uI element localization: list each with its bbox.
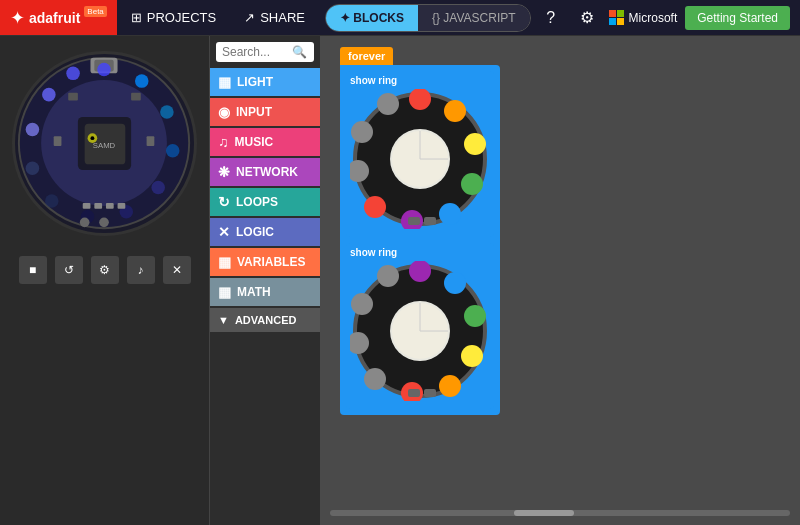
logo-text: adafruit: [29, 10, 80, 26]
debug-button[interactable]: ⚙: [91, 256, 119, 284]
svg-point-59: [377, 265, 399, 287]
svg-rect-63: [408, 389, 420, 397]
settings-button[interactable]: ⚙: [573, 4, 601, 32]
loops-label: LOOPS: [236, 195, 278, 209]
svg-point-42: [377, 93, 399, 115]
music-label: MUSIC: [235, 135, 274, 149]
category-light-button[interactable]: ▦LIGHT: [210, 68, 320, 96]
svg-point-22: [80, 218, 90, 228]
board-svg: SAMD: [15, 51, 194, 236]
network-icon: ❋: [218, 164, 230, 180]
svg-point-36: [461, 173, 483, 195]
block-canvas: forever show ring: [320, 36, 800, 525]
scrollbar-thumb[interactable]: [514, 510, 574, 516]
forever-label: forever: [340, 47, 393, 65]
sim-controls: ■ ↺ ⚙ ♪ ✕: [19, 256, 191, 284]
category-variables-button[interactable]: ▦VARIABLES: [210, 248, 320, 276]
javascript-mode-button[interactable]: {} JAVASCRIPT: [418, 5, 530, 31]
svg-point-51: [444, 272, 466, 294]
projects-button[interactable]: ⊞ PROJECTS: [117, 0, 230, 36]
sound-button[interactable]: ♪: [127, 256, 155, 284]
input-icon: ◉: [218, 104, 230, 120]
svg-point-19: [42, 88, 56, 102]
svg-point-26: [90, 136, 94, 140]
help-button[interactable]: ?: [537, 4, 565, 32]
svg-point-18: [26, 123, 40, 137]
simulator-panel: SAMD ■ ↺ ⚙ ♪ ✕: [0, 36, 210, 525]
svg-point-34: [444, 100, 466, 122]
light-icon: ▦: [218, 74, 231, 90]
topbar: ✦ adafruit Beta ⊞ PROJECTS ↗ SHARE ✦ BLO…: [0, 0, 800, 36]
svg-point-12: [166, 144, 180, 158]
search-box: 🔍: [216, 42, 314, 62]
circuit-board: SAMD: [12, 51, 197, 236]
main-area: SAMD ■ ↺ ⚙ ♪ ✕ 🔍 ▦LIGHT◉INP: [0, 36, 800, 525]
show-ring-block-1[interactable]: show ring: [346, 71, 494, 237]
share-button[interactable]: ↗ SHARE: [230, 0, 319, 36]
light-label: LIGHT: [237, 75, 273, 89]
category-loops-button[interactable]: ↻LOOPS: [210, 188, 320, 216]
stop-button[interactable]: ■: [19, 256, 47, 284]
svg-rect-47: [424, 217, 436, 225]
show-ring-block-2[interactable]: show ring: [346, 243, 494, 409]
svg-rect-64: [424, 389, 436, 397]
svg-rect-30: [118, 203, 126, 209]
svg-point-56: [364, 368, 386, 390]
beta-badge: Beta: [84, 6, 106, 17]
getting-started-button[interactable]: Getting Started: [685, 6, 790, 30]
show-ring-label-1: show ring: [350, 75, 490, 86]
category-network-button[interactable]: ❋NETWORK: [210, 158, 320, 186]
restart-button[interactable]: ↺: [55, 256, 83, 284]
chevron-down-icon: ▼: [218, 314, 229, 326]
variables-label: VARIABLES: [237, 255, 305, 269]
svg-point-21: [99, 218, 109, 228]
advanced-button[interactable]: ▼ ADVANCED: [210, 308, 320, 332]
input-label: INPUT: [236, 105, 272, 119]
loops-icon: ↻: [218, 194, 230, 210]
category-math-button[interactable]: ▦MATH: [210, 278, 320, 306]
forever-block[interactable]: forever show ring: [340, 46, 500, 415]
search-input[interactable]: [222, 45, 292, 59]
svg-rect-6: [131, 93, 141, 101]
logic-label: LOGIC: [236, 225, 274, 239]
nav-area: ⊞ PROJECTS ↗ SHARE ✦ BLOCKS {} JAVASCRIP…: [117, 0, 537, 36]
svg-text:SAMD: SAMD: [93, 141, 116, 150]
svg-point-41: [351, 121, 373, 143]
category-music-button[interactable]: ♫MUSIC: [210, 128, 320, 156]
svg-point-10: [135, 74, 149, 88]
svg-point-39: [364, 196, 386, 218]
svg-point-33: [409, 89, 431, 110]
projects-icon: ⊞: [131, 10, 142, 25]
microsoft-logo: Microsoft: [609, 10, 678, 26]
workspace-scrollbar[interactable]: [320, 509, 800, 517]
svg-point-52: [464, 305, 486, 327]
block-container: show ring: [340, 65, 500, 415]
show-ring-label-2: show ring: [350, 247, 490, 258]
logic-icon: ✕: [218, 224, 230, 240]
svg-rect-28: [94, 203, 102, 209]
ring-svg-1: [350, 89, 490, 229]
svg-rect-46: [408, 217, 420, 225]
ms-grid-icon: [609, 10, 625, 26]
topbar-right: ? ⚙ Microsoft Getting Started: [537, 4, 800, 32]
svg-rect-7: [54, 136, 62, 146]
svg-point-37: [439, 203, 461, 225]
math-icon: ▦: [218, 284, 231, 300]
close-sim-button[interactable]: ✕: [163, 256, 191, 284]
svg-rect-27: [83, 203, 91, 209]
category-input-button[interactable]: ◉INPUT: [210, 98, 320, 126]
svg-point-16: [45, 194, 59, 208]
category-logic-button[interactable]: ✕LOGIC: [210, 218, 320, 246]
workspace-panel[interactable]: forever show ring: [320, 36, 800, 525]
svg-point-50: [409, 261, 431, 282]
svg-point-53: [461, 345, 483, 367]
svg-rect-29: [106, 203, 114, 209]
svg-point-9: [97, 63, 111, 77]
svg-rect-8: [147, 136, 155, 146]
blocks-mode-button[interactable]: ✦ BLOCKS: [326, 5, 418, 31]
mode-toggle: ✦ BLOCKS {} JAVASCRIPT: [325, 4, 531, 32]
network-label: NETWORK: [236, 165, 298, 179]
category-list: ▦LIGHT◉INPUT♫MUSIC❋NETWORK↻LOOPS✕LOGIC▦V…: [210, 68, 320, 306]
svg-rect-5: [68, 93, 78, 101]
svg-point-58: [351, 293, 373, 315]
